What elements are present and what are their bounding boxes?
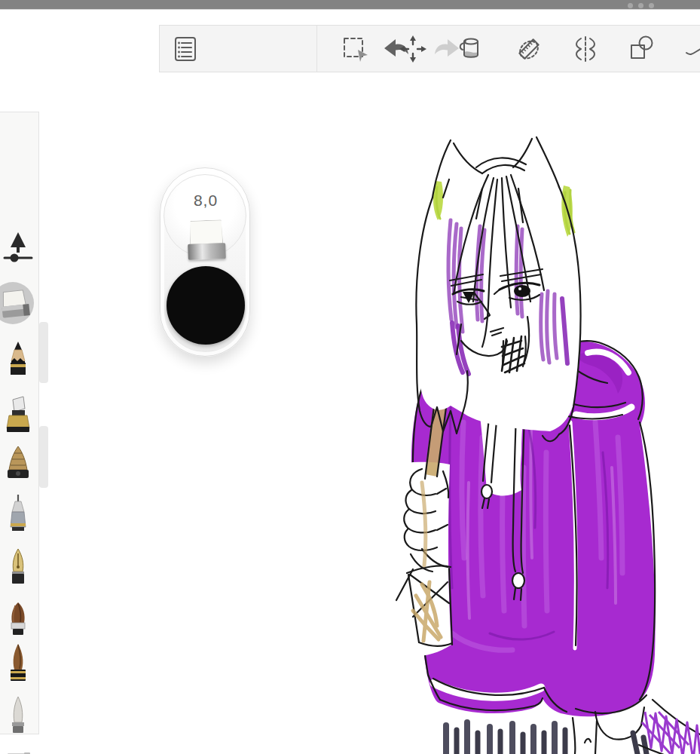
- transform-button[interactable]: [389, 26, 437, 72]
- sketch-app-window: { "status_bar": { "bg_color": "#838383",…: [0, 0, 700, 754]
- symmetry-button[interactable]: [561, 26, 610, 72]
- ruler-icon: [512, 32, 546, 66]
- top-toolbar: [159, 25, 700, 72]
- brush-size-puck[interactable]: 8,0: [164, 174, 246, 257]
- paint-bucket-icon: [454, 32, 488, 66]
- flat-eraser-tool-button[interactable]: [0, 749, 36, 754]
- technical-pen-icon: [2, 492, 35, 535]
- symmetry-mirror-icon: [569, 32, 602, 66]
- drawing-canvas[interactable]: [0, 10, 700, 754]
- shapes-button[interactable]: [619, 26, 667, 72]
- fill-button[interactable]: [447, 26, 495, 72]
- pencil-tool-button[interactable]: [0, 338, 36, 382]
- airbrush-icon: [2, 443, 35, 485]
- palette-scroll-handle-upper[interactable]: [39, 322, 48, 383]
- chisel-marker-tool-button[interactable]: [0, 393, 36, 437]
- striped-skirt: [446, 718, 647, 754]
- move-arrows-icon: [396, 32, 429, 66]
- shapes-icon: [626, 32, 659, 66]
- brush-size-value: 8,0: [164, 192, 247, 210]
- eraser-brush-icon: [0, 280, 36, 326]
- round-brush-tool-button[interactable]: [0, 598, 36, 642]
- eraser-tool-button[interactable]: [0, 280, 36, 326]
- status-bar: [0, 0, 700, 10]
- artwork-sketch: [0, 10, 700, 754]
- selection-marquee-icon: [338, 32, 371, 66]
- guides-button[interactable]: [505, 26, 553, 72]
- brush-color-puck[interactable]: 8,0: [160, 167, 250, 357]
- technical-pen-tool-button[interactable]: [0, 492, 36, 535]
- selection-button[interactable]: [331, 26, 379, 72]
- list-menu-icon: [169, 32, 202, 66]
- toolbar-separator: [316, 26, 317, 72]
- flat-eraser-icon: [2, 749, 35, 754]
- round-brush-icon: [2, 599, 35, 641]
- active-color-swatch[interactable]: [167, 266, 245, 345]
- ink-nib-icon: [2, 547, 35, 589]
- brush-settings-button[interactable]: [0, 225, 36, 269]
- active-brush-eraser-icon: [187, 219, 226, 262]
- brush-library-button[interactable]: [161, 26, 209, 72]
- chisel-marker-icon: [2, 394, 35, 436]
- ink-pen-tool-button[interactable]: [0, 546, 36, 590]
- smudge-stump-icon: [2, 694, 35, 736]
- smudge-tool-button[interactable]: [0, 693, 36, 737]
- detail-brush-tool-button[interactable]: [0, 642, 36, 685]
- predictive-stroke-button[interactable]: [677, 26, 700, 72]
- pencil-icon: [2, 339, 35, 381]
- pointed-brush-icon: [2, 642, 35, 685]
- palette-scroll-handle-lower[interactable]: [39, 426, 48, 488]
- brush-palette: [0, 112, 39, 734]
- airbrush-tool-button[interactable]: [0, 442, 36, 486]
- brush-size-slider-icon: [2, 229, 35, 265]
- drag-handle-dots-icon[interactable]: [628, 3, 654, 8]
- curve-stroke-icon: [685, 32, 700, 66]
- tail: [639, 700, 700, 754]
